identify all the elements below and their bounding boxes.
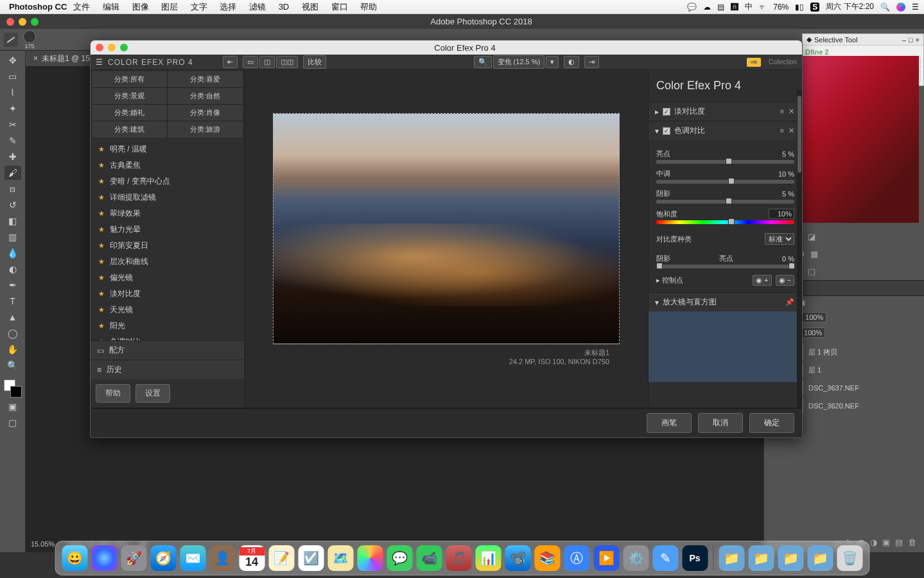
crop-tool[interactable]: ✂ xyxy=(4,118,21,132)
recipe-row[interactable]: ▭配方 xyxy=(91,340,244,360)
menu-list-icon[interactable]: ☰ xyxy=(912,3,919,12)
dock-launchpad[interactable]: 🚀 xyxy=(121,545,146,571)
highlights-slider[interactable] xyxy=(656,160,794,164)
collapse-right-icon[interactable]: ⇥ xyxy=(584,56,599,68)
view-split-icon[interactable]: ◫ xyxy=(259,56,275,68)
collapse-left-icon[interactable]: ⇤ xyxy=(223,56,238,68)
cefx-zoom-button[interactable] xyxy=(120,44,128,51)
dock-messages[interactable]: 💬 xyxy=(387,545,412,571)
brush-tool-icon[interactable] xyxy=(4,33,18,47)
zoom-level[interactable]: 15.05% xyxy=(31,540,55,550)
dock-trash[interactable]: 🗑️ xyxy=(837,545,862,571)
cat-arch[interactable]: 分类:建筑 xyxy=(92,121,167,137)
star-icon[interactable]: ★ xyxy=(98,177,105,186)
ok-button[interactable]: 确定 xyxy=(749,413,794,433)
dock-word[interactable]: ✎ xyxy=(652,545,678,571)
stamp-tool[interactable]: ⧈ xyxy=(4,182,21,196)
zoom-level[interactable]: 变焦 (12.5 %) xyxy=(493,55,545,69)
bg-toggle-icon[interactable]: ◐ xyxy=(564,56,579,68)
sync-icon[interactable]: ☁ xyxy=(703,3,711,12)
minimize-button[interactable] xyxy=(19,18,26,26)
filter-item[interactable]: ★翠绿效果 xyxy=(91,206,244,222)
filter-item[interactable]: ★色调对比 xyxy=(91,334,244,340)
dock-reminders[interactable]: ☑️ xyxy=(298,545,324,571)
blur-tool[interactable]: 💧 xyxy=(4,246,21,260)
dock-prefs[interactable]: ⚙️ xyxy=(623,545,649,571)
star-icon[interactable]: ★ xyxy=(98,225,105,234)
cefx-titlebar[interactable]: Color Efex Pro 4 xyxy=(91,40,802,55)
dodge-tool[interactable]: ◐ xyxy=(4,262,21,276)
section-header-loupe[interactable]: ▾放大镜与直方图 📌 xyxy=(649,293,802,311)
close-button[interactable] xyxy=(6,18,14,26)
dock-siri[interactable] xyxy=(91,545,117,571)
brush-preview[interactable] xyxy=(23,30,36,43)
wechat-icon[interactable]: 💬 xyxy=(687,3,697,12)
contrast-type-select[interactable]: 标准 xyxy=(765,233,794,245)
app-name[interactable]: Photoshop CC xyxy=(9,2,67,12)
dock-itunes[interactable]: 🎵 xyxy=(446,545,471,571)
section-checkbox[interactable]: ✓ xyxy=(663,127,670,135)
pct0-value[interactable]: 0 % xyxy=(782,255,794,263)
dock-player[interactable]: ▶️ xyxy=(593,545,619,571)
marquee-tool[interactable]: ▭ xyxy=(4,69,21,83)
wifi-icon[interactable]: ᯤ xyxy=(759,3,767,12)
zoom-search-icon[interactable]: 🔍 xyxy=(474,56,492,68)
dock-books[interactable]: 📚 xyxy=(534,545,560,571)
trash-icon[interactable]: 🗑 xyxy=(908,538,916,547)
view-side-icon[interactable]: ◫◫ xyxy=(276,56,298,68)
filter-item[interactable]: ★淡对比度 xyxy=(91,286,244,302)
adjust-icon[interactable]: ◪ xyxy=(808,232,815,241)
saturation-value[interactable] xyxy=(769,209,794,219)
filter-item[interactable]: ★阳光 xyxy=(91,318,244,334)
dock-calendar[interactable]: 7月14 xyxy=(239,545,265,571)
brush-button[interactable]: 画笔 xyxy=(647,413,692,433)
shape-tool[interactable]: ◯ xyxy=(4,326,21,340)
new-layer-icon[interactable]: ▤ xyxy=(895,538,903,547)
spotlight-icon[interactable]: 🔍 xyxy=(880,3,890,12)
status-s-icon[interactable]: S xyxy=(810,3,819,12)
star-icon[interactable]: ★ xyxy=(98,322,105,330)
hamburger-icon[interactable]: ☰ xyxy=(96,58,103,67)
menu-select[interactable]: 选择 xyxy=(220,2,236,12)
selective-tool-min-icon[interactable]: – xyxy=(902,36,906,44)
star-icon[interactable]: ★ xyxy=(98,161,105,170)
saturation-slider[interactable] xyxy=(656,220,794,224)
filter-item[interactable]: ★天光镜 xyxy=(91,302,244,318)
menu-help[interactable]: 帮助 xyxy=(360,2,377,12)
highlights-value[interactable]: 5 % xyxy=(782,150,794,158)
loupe-preview[interactable] xyxy=(649,311,802,382)
battery-icon[interactable]: ▮▯ xyxy=(795,3,804,12)
section-header-1[interactable]: ▸✓ 淡对比度 ≡ ✕ xyxy=(649,102,802,121)
screen-mode-tool[interactable]: ▢ xyxy=(4,416,21,430)
filter-item[interactable]: ★详细提取滤镜 xyxy=(91,189,244,206)
help-button[interactable]: 帮助 xyxy=(96,384,130,403)
menu-image[interactable]: 图像 xyxy=(132,2,149,12)
cat-all[interactable]: 分类:所有 xyxy=(92,71,167,87)
control-points-label[interactable]: 控制点 xyxy=(662,276,683,284)
input-icon[interactable]: 🅰 xyxy=(731,3,738,12)
filter-item[interactable]: ★明亮 / 温暖 xyxy=(91,141,244,157)
section-opts-icon[interactable]: ≡ xyxy=(780,127,785,134)
pin-icon[interactable]: 📌 xyxy=(785,298,796,306)
midtones-slider[interactable] xyxy=(656,180,794,184)
menu-edit[interactable]: 编辑 xyxy=(103,2,119,12)
selective-tool-close-icon[interactable]: × xyxy=(916,36,920,44)
zoom-button[interactable] xyxy=(31,18,39,26)
dock-notes[interactable]: 📝 xyxy=(268,545,294,571)
menu-view[interactable]: 视图 xyxy=(302,2,318,12)
filter-item[interactable]: ★魅力光晕 xyxy=(91,222,244,238)
dock-appstore[interactable]: Ⓐ xyxy=(564,545,589,571)
zoom-tool[interactable]: 🔍 xyxy=(4,358,21,372)
control-point-add-pos[interactable]: ◉ + xyxy=(753,275,771,286)
filter-item[interactable]: ★变暗 / 变亮中心点 xyxy=(91,173,244,189)
cat-landscape[interactable]: 分类:景观 xyxy=(92,88,167,104)
siri-menubar-icon[interactable] xyxy=(896,3,905,12)
settings-button[interactable]: 设置 xyxy=(135,384,170,403)
dock-numbers[interactable]: 📊 xyxy=(475,545,501,571)
star-icon[interactable]: ★ xyxy=(98,306,105,314)
dock-folder[interactable]: 📁 xyxy=(778,545,803,571)
filter-item[interactable]: ★层次和曲线 xyxy=(91,254,244,270)
menu-3d[interactable]: 3D xyxy=(279,2,290,12)
dock-photoshop[interactable]: Ps xyxy=(682,545,708,571)
eraser-tool[interactable]: ◧ xyxy=(4,214,21,228)
